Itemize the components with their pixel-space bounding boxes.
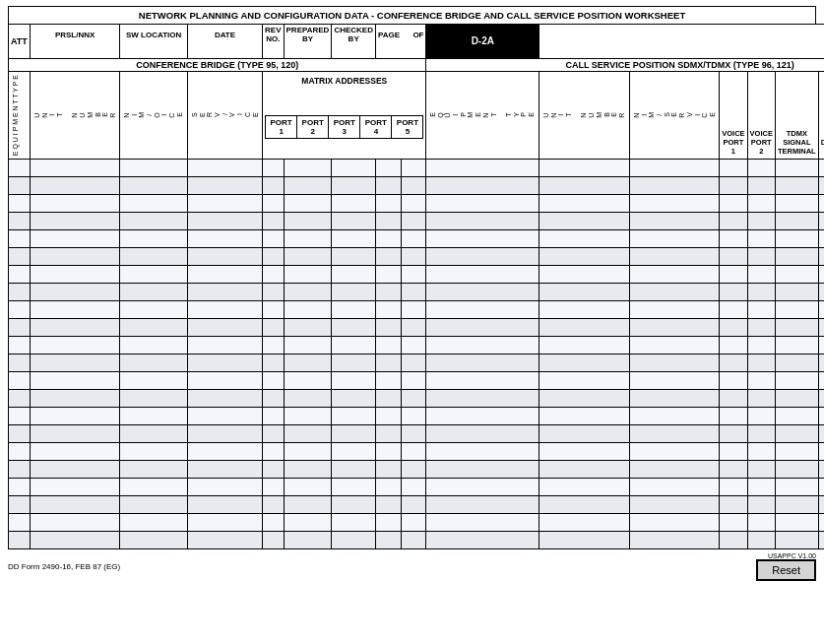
data-row (9, 354, 825, 371)
port1-header: PORT 1 (266, 115, 297, 138)
data-row (9, 229, 825, 247)
cs-directory-number-header: DIRECTORY NUMBER (818, 71, 824, 159)
section-headers-row: CONFERENCE BRIDGE (TYPE 95, 120) CALL SE… (9, 58, 825, 71)
data-row (9, 513, 825, 531)
matrix-addresses-header: MATRIX ADDRESSES PORT 1 PORT 2 PORT 3 PO… (263, 71, 426, 159)
conference-bridge-section-header: CONFERENCE BRIDGE (TYPE 95, 120) (9, 58, 426, 71)
column-headers-row: E Q U I P M E N T T Y P E UNITNUMBER NIM… (9, 71, 825, 159)
header-row-2 (9, 44, 825, 58)
data-row (9, 159, 825, 176)
data-row (9, 495, 825, 513)
form-footer: DD Form 2490-16, FEB 87 (EG) USAPPC V1.0… (8, 552, 816, 581)
cs-ni-service-col: NIM/SERVICE (629, 71, 720, 159)
cs-voice-port2-header: VOICE PORT 2 (747, 71, 775, 159)
checked-by-label: CHECKED BY (332, 25, 376, 45)
data-row (9, 194, 825, 212)
rev-no-label: REV NO. (263, 25, 284, 45)
form-name: DD Form 2490-16, FEB 87 (EG) (8, 562, 120, 571)
rev-no-value[interactable] (263, 44, 284, 58)
data-row (9, 424, 825, 442)
data-row (9, 336, 825, 354)
usappc-version: USAPPC V1.00 (768, 552, 816, 559)
port4-header: PORT 4 (360, 115, 392, 138)
page-label: PAGE OF (375, 25, 426, 45)
sw-location-label: SW LOCATION (120, 25, 188, 45)
att-cell: ATT (9, 25, 31, 59)
port3-header: PORT 3 (329, 115, 360, 138)
date-label: DATE (187, 25, 262, 45)
cb-unit-num-col: UNITNUMBER (30, 71, 120, 159)
reset-button[interactable]: Reset (756, 559, 816, 581)
prsl-value[interactable] (30, 44, 120, 58)
date-value[interactable] (187, 44, 262, 58)
checked-by-value[interactable] (332, 44, 376, 58)
cb-ni-num-col: NIM/OICE (120, 71, 188, 159)
page-value[interactable] (375, 44, 426, 58)
cs-equip-type-col: EQUIPMENTTYPE (426, 71, 539, 159)
cs-tdmx-signal-header: TDMX SIGNAL TERMINAL (775, 71, 818, 159)
data-row (9, 389, 825, 407)
data-row (9, 283, 825, 300)
header-row-1: ATT PRSL/NNX SW LOCATION DATE REV NO. PR… (9, 25, 825, 45)
data-row (9, 460, 825, 478)
cs-voice-port1-header: VOICE PORT 1 (720, 71, 747, 159)
data-row (9, 442, 825, 460)
port5-header: PORT 5 (392, 115, 423, 138)
form-id-cell: D-2A (426, 25, 539, 59)
worksheet-table: ATT PRSL/NNX SW LOCATION DATE REV NO. PR… (8, 24, 824, 549)
cs-unit-num-col: UNITNUMBER (539, 71, 630, 159)
data-row (9, 478, 825, 495)
port2-header: PORT 2 (297, 115, 329, 138)
data-row (9, 300, 825, 318)
call-service-section-header: CALL SERVICE POSITION SDMX/TDMX (TYPE 96… (426, 58, 824, 71)
data-row (9, 318, 825, 336)
data-row (9, 176, 825, 194)
data-row (9, 212, 825, 229)
cb-service-col: SERV/VICE (187, 71, 262, 159)
prepared-by-value[interactable] (284, 44, 332, 58)
prsl-label: PRSL/NNX (30, 25, 120, 45)
data-row (9, 247, 825, 265)
data-row (9, 531, 825, 548)
data-row (9, 407, 825, 424)
cb-equip-type-col: E Q U I P M E N T T Y P E (9, 71, 31, 159)
data-row (9, 265, 825, 283)
page-title: NETWORK PLANNING AND CONFIGURATION DATA … (8, 6, 816, 24)
data-row (9, 371, 825, 389)
sw-location-value[interactable] (120, 44, 188, 58)
prepared-by-label: PREPARED BY (284, 25, 332, 45)
